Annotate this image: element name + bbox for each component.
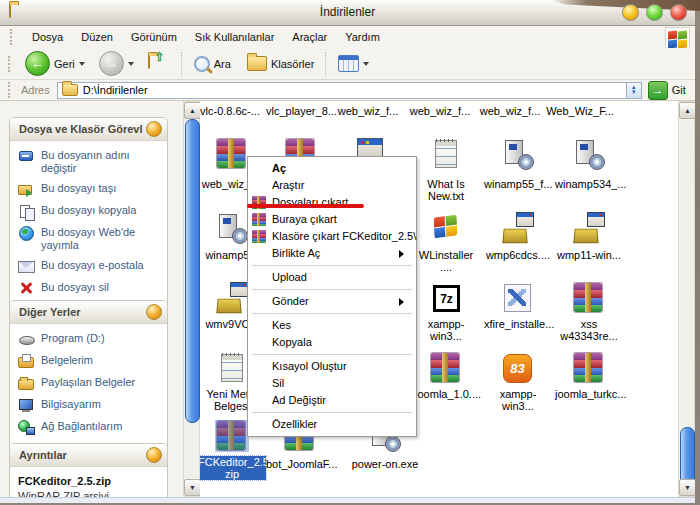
menu-item-label: Kopyala xyxy=(272,336,312,348)
menu-item-dosyalar-kart-[interactable]: Dosyaları çıkart... xyxy=(248,194,416,211)
sidebar-item[interactable]: Bu dosyayı Web'de yayımla xyxy=(18,226,161,252)
close-button[interactable] xyxy=(670,4,687,21)
collapse-icon[interactable] xyxy=(146,304,162,320)
menu-item-g-nder[interactable]: Gönder xyxy=(248,293,416,310)
box-icon xyxy=(215,282,249,314)
network-icon xyxy=(18,420,35,435)
folders-button[interactable]: Klasörler xyxy=(243,54,318,73)
back-button[interactable]: ← Geri xyxy=(21,49,89,78)
sidebar-item[interactable]: Bu dosyayı e-postala xyxy=(18,259,161,274)
address-dropdown[interactable]: ▲▼ xyxy=(626,83,641,98)
views-dropdown-icon[interactable] xyxy=(363,62,369,69)
back-icon: ← xyxy=(25,51,50,76)
menu-item-k-sayol-olu-tur[interactable]: Kısayol Oluştur xyxy=(248,358,416,375)
menu-görünüm[interactable]: Görünüm xyxy=(122,28,186,46)
go-button[interactable]: → xyxy=(648,81,668,100)
menu-item-ad-de-i-tir[interactable]: Ad Değiştir xyxy=(248,392,416,409)
menu-düzen[interactable]: Düzen xyxy=(72,28,122,46)
collapse-icon[interactable] xyxy=(146,447,162,463)
maximize-button[interactable] xyxy=(646,4,663,21)
sidebar-item-label: Bu dosyayı Web'de yayımla xyxy=(41,226,161,252)
panel-other-places: Diğer Yerler Program (D:)BelgelerimPayla… xyxy=(9,300,168,451)
publish-icon xyxy=(18,226,35,241)
menu-sık kullanılanlar[interactable]: Sık Kullanılanlar xyxy=(186,28,284,46)
email-icon xyxy=(18,259,35,274)
winrar-icon xyxy=(252,213,266,226)
menu-yardım[interactable]: Yardım xyxy=(336,28,389,46)
folders-label: Klasörler xyxy=(271,58,314,70)
menubar-grip[interactable] xyxy=(10,29,15,45)
winflag-icon xyxy=(429,212,463,244)
panel-details-header[interactable]: Ayrıntılar xyxy=(10,444,167,467)
address-field[interactable]: D:\İndirilenler ▲▼ xyxy=(57,82,642,99)
file-label: winamp534_... xyxy=(555,178,623,190)
back-dropdown-icon[interactable] xyxy=(79,62,85,69)
menu-dosya[interactable]: Dosya xyxy=(23,28,72,46)
up-button[interactable]: ⇧ xyxy=(144,54,174,74)
sidebar-item-label: Bu dosyanın adını değiştir xyxy=(41,149,161,175)
menu-item-kopyala[interactable]: Kopyala xyxy=(248,334,416,351)
scroll-up-button[interactable]: ▲ xyxy=(184,102,201,119)
file-label: power-on.exe xyxy=(351,458,419,470)
xfire-icon xyxy=(501,282,535,314)
sidebar-item[interactable]: Bu dosyayı kopyala xyxy=(18,204,161,219)
mycomputer-icon xyxy=(18,398,35,413)
scroll-thumb[interactable] xyxy=(185,119,200,423)
red-annotation-line xyxy=(247,204,364,208)
collapse-icon[interactable] xyxy=(146,121,162,137)
sidebar-item-label: Bilgisayarım xyxy=(41,398,101,411)
menu-item-a-[interactable]: Aç xyxy=(248,160,416,177)
menu-item-upload[interactable]: Upload xyxy=(248,269,416,286)
sidebar-item[interactable]: Bilgisayarım xyxy=(18,398,161,413)
menu-separator xyxy=(252,289,412,290)
sidebar-item[interactable]: Bu dosyayı sil xyxy=(18,281,161,296)
sidebar-item-label: Paylaşılan Belgeler xyxy=(41,376,135,389)
sidebar-item-label: Ağ Bağlantılarım xyxy=(41,420,122,433)
panel-other-places-header[interactable]: Diğer Yerler xyxy=(10,301,167,324)
views-icon xyxy=(338,55,359,72)
sidebar-item[interactable]: Belgelerim xyxy=(18,354,161,369)
details-file-name: FCKeditor_2.5.zip xyxy=(18,475,161,487)
installcd-icon xyxy=(215,212,249,244)
search-button[interactable]: Ara xyxy=(190,54,235,74)
sidebar-item[interactable]: Bu dosyanın adını değiştir xyxy=(18,149,161,175)
scroll-up-button[interactable]: ▲ xyxy=(679,102,695,119)
file-label: wmp11-win... xyxy=(555,249,623,261)
file-label: xfire_installe... xyxy=(484,318,552,330)
minimize-button[interactable] xyxy=(622,4,639,21)
panel-file-tasks-header[interactable]: Dosya ve Klasör Görevl xyxy=(10,118,167,141)
sidebar-item[interactable]: Bu dosyayı taşı xyxy=(18,182,161,197)
xampp-icon xyxy=(501,352,535,384)
winrar-icon xyxy=(429,352,463,384)
menu-item--zellikler[interactable]: Özellikler xyxy=(248,416,416,433)
addressbar-grip[interactable] xyxy=(8,82,13,98)
submenu-arrow-icon xyxy=(399,298,408,306)
menu-item-label: Gönder xyxy=(272,295,309,307)
scroll-down-button[interactable]: ▼ xyxy=(679,479,695,496)
forward-dropdown-icon[interactable] xyxy=(128,62,134,69)
menu-item-ara-t-r[interactable]: Araştır xyxy=(248,177,416,194)
file-label: xampp-win3... xyxy=(484,388,552,412)
menu-item-buraya-kart[interactable]: Buraya çıkart xyxy=(248,211,416,228)
file-label: WLinstaller .... xyxy=(412,249,480,273)
views-button[interactable] xyxy=(334,53,373,74)
scroll-down-button[interactable]: ▼ xyxy=(184,479,201,496)
search-icon xyxy=(194,56,210,72)
sidebar-item[interactable]: Ağ Bağlantılarım xyxy=(18,420,161,435)
sidebar-item[interactable]: Paylaşılan Belgeler xyxy=(18,376,161,391)
toolbar: ← Geri → ⇧ Ara Klasörler xyxy=(0,48,695,80)
menu-item-sil[interactable]: Sil xyxy=(248,375,416,392)
menu-separator xyxy=(252,412,412,413)
up-folder-icon xyxy=(148,55,150,69)
menu-separator xyxy=(252,265,412,266)
forward-button[interactable]: → xyxy=(95,49,138,78)
menu-item-klas-re-kart-fckeditor-2-5-[interactable]: Klasöre çıkart FCKeditor_2.5\ xyxy=(248,228,416,245)
toolbar-grip[interactable] xyxy=(8,56,13,72)
fileview-scrollbar[interactable]: ▲ ▼ xyxy=(678,101,695,497)
menu-item-label: Araştır xyxy=(272,179,304,191)
menu-item-kes[interactable]: Kes xyxy=(248,317,416,334)
menu-item-birlikte-a-[interactable]: Birlikte Aç xyxy=(248,245,416,262)
taskpane-scrollbar[interactable]: ▲ ▼ xyxy=(183,101,200,497)
sidebar-item[interactable]: Program (D:) xyxy=(18,332,161,347)
menu-araçlar[interactable]: Araçlar xyxy=(283,28,336,46)
